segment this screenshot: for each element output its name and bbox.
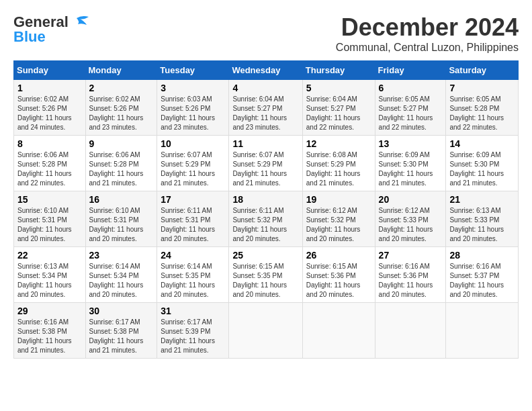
calendar-body: 1Sunrise: 6:02 AM Sunset: 5:26 PM Daylig…	[14, 80, 519, 359]
day-number: 31	[161, 306, 225, 316]
day-number: 27	[379, 250, 443, 261]
location-title: Communal, Central Luzon, Philippines	[336, 42, 519, 54]
day-info: Sunrise: 6:14 AM Sunset: 5:34 PM Dayligh…	[89, 262, 154, 300]
calendar-cell: 7Sunrise: 6:05 AM Sunset: 5:28 PM Daylig…	[446, 80, 519, 136]
calendar-header-row: SundayMondayTuesdayWednesdayThursdayFrid…	[14, 61, 519, 80]
day-number: 19	[306, 194, 371, 205]
weekday-header: Thursday	[302, 61, 375, 80]
calendar-cell	[446, 303, 519, 359]
calendar-cell: 28Sunrise: 6:16 AM Sunset: 5:37 PM Dayli…	[446, 247, 519, 303]
header: General Blue December 2024 Communal, Cen…	[13, 13, 519, 54]
title-area: December 2024 Communal, Central Luzon, P…	[336, 13, 519, 54]
weekday-header: Sunday	[14, 61, 86, 80]
day-info: Sunrise: 6:07 AM Sunset: 5:29 PM Dayligh…	[232, 150, 298, 188]
day-number: 1	[17, 83, 82, 93]
calendar-cell	[302, 303, 375, 359]
day-info: Sunrise: 6:09 AM Sunset: 5:30 PM Dayligh…	[379, 150, 443, 188]
day-number: 16	[89, 194, 154, 205]
weekday-header: Friday	[375, 61, 446, 80]
logo: General Blue	[13, 13, 90, 46]
month-title: December 2024	[336, 13, 519, 42]
day-number: 17	[161, 194, 225, 205]
day-number: 20	[379, 194, 443, 205]
calendar-cell: 22Sunrise: 6:13 AM Sunset: 5:34 PM Dayli…	[14, 247, 86, 303]
day-info: Sunrise: 6:06 AM Sunset: 5:28 PM Dayligh…	[17, 150, 82, 188]
day-number: 15	[17, 194, 82, 205]
calendar-cell: 17Sunrise: 6:11 AM Sunset: 5:31 PM Dayli…	[157, 191, 229, 247]
calendar-cell: 30Sunrise: 6:17 AM Sunset: 5:38 PM Dayli…	[85, 303, 157, 359]
day-number: 2	[89, 83, 154, 93]
day-number: 30	[89, 306, 154, 316]
day-number: 6	[379, 83, 443, 93]
calendar-cell: 25Sunrise: 6:15 AM Sunset: 5:35 PM Dayli…	[229, 247, 302, 303]
day-number: 4	[232, 83, 298, 93]
calendar-cell	[229, 303, 302, 359]
calendar-week-row: 8Sunrise: 6:06 AM Sunset: 5:28 PM Daylig…	[14, 136, 519, 191]
weekday-header: Tuesday	[157, 61, 229, 80]
calendar-cell: 1Sunrise: 6:02 AM Sunset: 5:26 PM Daylig…	[14, 80, 86, 136]
calendar-cell: 15Sunrise: 6:10 AM Sunset: 5:31 PM Dayli…	[14, 191, 86, 247]
day-number: 26	[306, 250, 371, 261]
day-info: Sunrise: 6:11 AM Sunset: 5:32 PM Dayligh…	[232, 206, 298, 244]
day-info: Sunrise: 6:10 AM Sunset: 5:31 PM Dayligh…	[17, 206, 82, 244]
calendar-cell: 20Sunrise: 6:12 AM Sunset: 5:33 PM Dayli…	[375, 191, 446, 247]
day-info: Sunrise: 6:04 AM Sunset: 5:27 PM Dayligh…	[232, 95, 298, 132]
calendar-cell: 27Sunrise: 6:16 AM Sunset: 5:36 PM Dayli…	[375, 247, 446, 303]
day-info: Sunrise: 6:13 AM Sunset: 5:34 PM Dayligh…	[17, 262, 82, 300]
day-number: 9	[89, 138, 154, 149]
day-info: Sunrise: 6:07 AM Sunset: 5:29 PM Dayligh…	[161, 150, 225, 188]
calendar-cell	[375, 303, 446, 359]
calendar-cell: 26Sunrise: 6:15 AM Sunset: 5:36 PM Dayli…	[302, 247, 375, 303]
day-info: Sunrise: 6:14 AM Sunset: 5:35 PM Dayligh…	[161, 262, 225, 300]
day-number: 14	[449, 138, 515, 149]
weekday-header: Wednesday	[229, 61, 302, 80]
day-info: Sunrise: 6:11 AM Sunset: 5:31 PM Dayligh…	[161, 206, 225, 244]
day-info: Sunrise: 6:04 AM Sunset: 5:27 PM Dayligh…	[306, 95, 371, 132]
weekday-header: Monday	[85, 61, 157, 80]
logo-bird-icon	[70, 15, 90, 30]
day-info: Sunrise: 6:05 AM Sunset: 5:27 PM Dayligh…	[379, 95, 443, 132]
day-info: Sunrise: 6:13 AM Sunset: 5:33 PM Dayligh…	[449, 206, 515, 244]
day-info: Sunrise: 6:15 AM Sunset: 5:35 PM Dayligh…	[232, 262, 298, 300]
day-number: 22	[17, 250, 82, 261]
day-number: 8	[17, 138, 82, 149]
day-info: Sunrise: 6:15 AM Sunset: 5:36 PM Dayligh…	[306, 262, 371, 300]
calendar-week-row: 22Sunrise: 6:13 AM Sunset: 5:34 PM Dayli…	[14, 247, 519, 303]
calendar-cell: 14Sunrise: 6:09 AM Sunset: 5:30 PM Dayli…	[446, 136, 519, 191]
calendar-cell: 24Sunrise: 6:14 AM Sunset: 5:35 PM Dayli…	[157, 247, 229, 303]
day-info: Sunrise: 6:09 AM Sunset: 5:30 PM Dayligh…	[449, 150, 515, 188]
day-info: Sunrise: 6:16 AM Sunset: 5:36 PM Dayligh…	[379, 262, 443, 300]
day-info: Sunrise: 6:12 AM Sunset: 5:33 PM Dayligh…	[379, 206, 443, 244]
day-number: 3	[161, 83, 225, 93]
day-info: Sunrise: 6:17 AM Sunset: 5:38 PM Dayligh…	[89, 318, 154, 355]
day-info: Sunrise: 6:16 AM Sunset: 5:38 PM Dayligh…	[17, 318, 82, 355]
day-number: 5	[306, 83, 371, 93]
calendar-cell: 10Sunrise: 6:07 AM Sunset: 5:29 PM Dayli…	[157, 136, 229, 191]
day-info: Sunrise: 6:08 AM Sunset: 5:29 PM Dayligh…	[306, 150, 371, 188]
day-number: 21	[449, 194, 515, 205]
calendar-week-row: 1Sunrise: 6:02 AM Sunset: 5:26 PM Daylig…	[14, 80, 519, 136]
calendar-cell: 6Sunrise: 6:05 AM Sunset: 5:27 PM Daylig…	[375, 80, 446, 136]
day-number: 28	[449, 250, 515, 261]
calendar-week-row: 29Sunrise: 6:16 AM Sunset: 5:38 PM Dayli…	[14, 303, 519, 359]
calendar-week-row: 15Sunrise: 6:10 AM Sunset: 5:31 PM Dayli…	[14, 191, 519, 247]
calendar-cell: 12Sunrise: 6:08 AM Sunset: 5:29 PM Dayli…	[302, 136, 375, 191]
day-number: 13	[379, 138, 443, 149]
day-number: 10	[161, 138, 225, 149]
day-info: Sunrise: 6:03 AM Sunset: 5:26 PM Dayligh…	[161, 95, 225, 132]
calendar-cell: 19Sunrise: 6:12 AM Sunset: 5:32 PM Dayli…	[302, 191, 375, 247]
day-info: Sunrise: 6:17 AM Sunset: 5:39 PM Dayligh…	[161, 318, 225, 355]
day-number: 7	[449, 83, 515, 93]
calendar: SundayMondayTuesdayWednesdayThursdayFrid…	[13, 60, 519, 359]
day-number: 25	[232, 250, 298, 261]
calendar-cell: 31Sunrise: 6:17 AM Sunset: 5:39 PM Dayli…	[157, 303, 229, 359]
calendar-cell: 11Sunrise: 6:07 AM Sunset: 5:29 PM Dayli…	[229, 136, 302, 191]
calendar-cell: 2Sunrise: 6:02 AM Sunset: 5:26 PM Daylig…	[85, 80, 157, 136]
day-number: 12	[306, 138, 371, 149]
calendar-cell: 13Sunrise: 6:09 AM Sunset: 5:30 PM Dayli…	[375, 136, 446, 191]
calendar-cell: 9Sunrise: 6:06 AM Sunset: 5:28 PM Daylig…	[85, 136, 157, 191]
day-number: 24	[161, 250, 225, 261]
calendar-cell: 18Sunrise: 6:11 AM Sunset: 5:32 PM Dayli…	[229, 191, 302, 247]
day-info: Sunrise: 6:05 AM Sunset: 5:28 PM Dayligh…	[449, 95, 515, 132]
day-number: 23	[89, 250, 154, 261]
